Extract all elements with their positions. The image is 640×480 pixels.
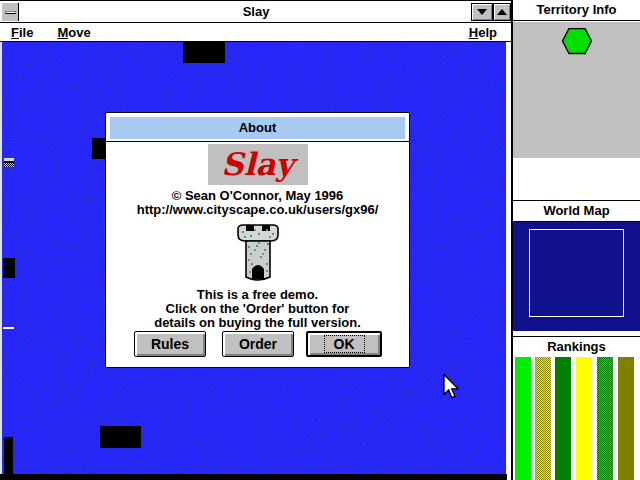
mouse-cursor-icon bbox=[443, 374, 460, 404]
rankings-header: Rankings bbox=[513, 336, 640, 357]
demo-text-line: Click on the 'Order' button for bbox=[106, 302, 409, 316]
map-feature-black bbox=[92, 138, 106, 159]
castle-tower-icon bbox=[236, 223, 280, 283]
about-dialog: About Slay © Sean O'Connor, May 1996 htt… bbox=[105, 112, 410, 368]
window-title: Slay bbox=[0, 1, 512, 22]
menu-item-help[interactable]: Help bbox=[464, 25, 502, 40]
rankings-bar-bright-green bbox=[515, 357, 531, 480]
map-edge-sprite bbox=[4, 158, 14, 167]
rankings-bar-yellow bbox=[576, 357, 592, 480]
sidebar: Territory Info World Map Rankings bbox=[513, 0, 640, 480]
map-feature-black bbox=[100, 426, 141, 448]
rankings-bars bbox=[513, 357, 640, 480]
window-left-border bbox=[0, 42, 2, 475]
menu-item-file[interactable]: File bbox=[6, 25, 38, 40]
rankings-bar-olive bbox=[618, 357, 634, 480]
window-titlebar[interactable]: Slay bbox=[0, 0, 512, 23]
maximize-button[interactable] bbox=[493, 3, 511, 21]
demo-text-line: This is a free demo. bbox=[106, 288, 409, 302]
world-map-header: World Map bbox=[513, 200, 640, 222]
rankings-bar-yellow-olive-dither bbox=[535, 357, 551, 480]
demo-text-line: details on buying the full version. bbox=[106, 316, 409, 330]
sidebar-separator bbox=[511, 0, 513, 480]
window-bottom-border bbox=[0, 474, 507, 480]
url-text: http://www.cityscape.co.uk/users/gx96/ bbox=[106, 203, 409, 217]
territory-info-header: Territory Info bbox=[513, 0, 640, 21]
map-feature-black bbox=[4, 437, 13, 474]
slay-logo: Slay bbox=[208, 144, 308, 185]
rules-button[interactable]: Rules bbox=[134, 331, 206, 357]
world-map-panel[interactable] bbox=[513, 222, 640, 331]
menu-bar: File Move Help bbox=[0, 23, 512, 42]
rankings-bar-dark-green bbox=[555, 357, 571, 480]
dialog-title-separator bbox=[106, 141, 409, 142]
copyright-text: © Sean O'Connor, May 1996 bbox=[106, 189, 409, 203]
map-feature-black bbox=[183, 42, 225, 63]
minimize-button[interactable] bbox=[471, 3, 493, 21]
about-dialog-titlebar[interactable]: About bbox=[110, 117, 405, 139]
map-feature-white-dash bbox=[3, 327, 14, 329]
territory-hexagon-icon bbox=[562, 28, 592, 55]
order-button[interactable]: Order bbox=[222, 331, 294, 357]
ok-button[interactable]: OK bbox=[306, 331, 382, 357]
minimize-arrow-icon bbox=[477, 9, 487, 15]
maximize-arrow-icon bbox=[497, 9, 507, 15]
map-feature-black bbox=[3, 258, 15, 278]
ok-button-label: OK bbox=[324, 335, 365, 353]
dialog-button-row: Rules Order OK bbox=[106, 331, 409, 357]
world-map-viewport bbox=[529, 229, 624, 317]
territory-info-panel bbox=[513, 22, 640, 158]
rankings-bar-green-dither bbox=[597, 357, 613, 480]
menu-item-move[interactable]: Move bbox=[52, 25, 95, 40]
screen: Slay File Move Help bbox=[0, 0, 640, 480]
